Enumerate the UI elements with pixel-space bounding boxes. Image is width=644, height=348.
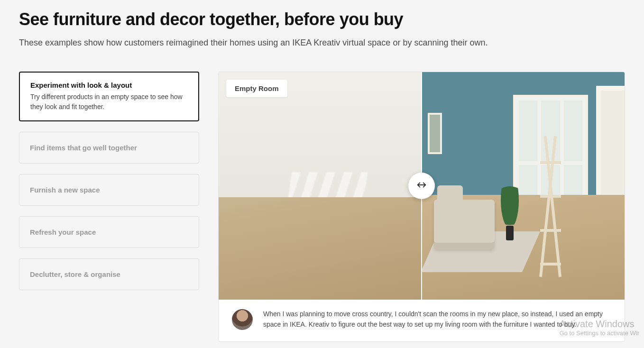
option-title: Refresh your space [30, 228, 188, 236]
page-subheading: These examples show how customers reimag… [19, 38, 625, 48]
plant-decor [501, 172, 519, 240]
testimonial: When I was planning to move cross countr… [219, 300, 625, 341]
option-title: Experiment with look & layout [30, 81, 188, 89]
room-before [219, 72, 422, 300]
option-furnish-new-space[interactable]: Furnish a new space [19, 174, 199, 206]
comparison-slider-handle[interactable] [408, 173, 435, 199]
viewer-panel: Empty Room When I was planning to move c… [218, 72, 625, 342]
option-declutter-organise[interactable]: Declutter, store & organise [19, 258, 199, 290]
shelf-decor [537, 136, 564, 277]
comparison-viewer: Empty Room [219, 72, 625, 300]
option-experiment-look-layout[interactable]: Experiment with look & layout Try differ… [19, 72, 199, 121]
option-desc: Try different products in an empty space… [30, 92, 188, 112]
sofa-decor [434, 200, 495, 250]
sunlight-decor [284, 172, 368, 229]
option-title: Declutter, store & organise [30, 270, 188, 278]
testimonial-quote: When I was planning to move cross countr… [263, 309, 611, 330]
avatar [232, 309, 253, 330]
arrows-horizontal-icon [416, 180, 427, 192]
option-list: Experiment with look & layout Try differ… [19, 72, 199, 290]
option-refresh-space[interactable]: Refresh your space [19, 216, 199, 248]
option-title: Find items that go well together [30, 144, 188, 152]
page-title: See furniture and decor together, before… [19, 9, 625, 29]
viewer-badge: Empty Room [226, 80, 287, 97]
room-after [422, 72, 625, 300]
option-title: Furnish a new space [30, 186, 188, 194]
wall-art-decor [428, 113, 442, 154]
option-find-items-together[interactable]: Find items that go well together [19, 132, 199, 164]
